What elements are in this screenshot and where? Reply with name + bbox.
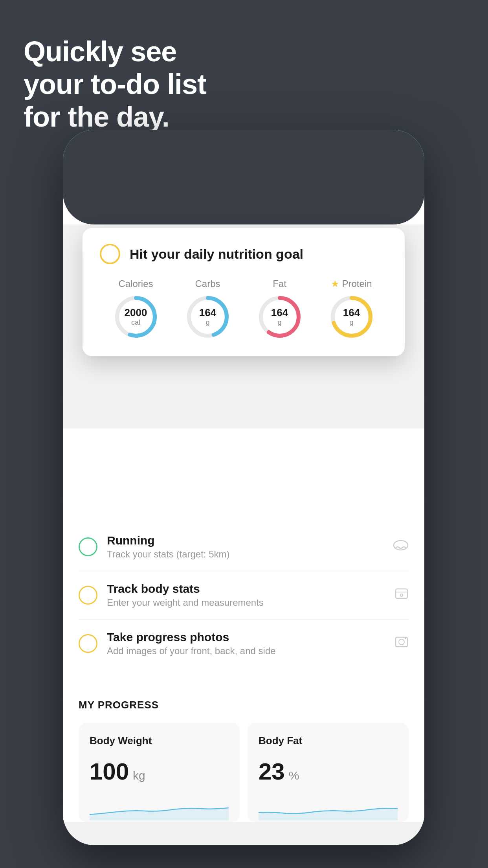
calories-unit: cal xyxy=(125,318,147,327)
body-fat-value-row: 23 % xyxy=(259,758,398,785)
track-body-title: Track body stats xyxy=(107,582,385,596)
body-weight-value: 100 xyxy=(90,758,129,785)
carbs-label: Carbs xyxy=(195,278,220,289)
body-weight-unit: kg xyxy=(133,769,145,782)
calories-value: 2000 xyxy=(125,307,147,318)
fat-label: Fat xyxy=(273,278,286,289)
nutrition-card: Hit your daily nutrition goal Calories 2… xyxy=(83,228,405,356)
svg-point-13 xyxy=(399,639,404,645)
svg-point-14 xyxy=(405,638,406,639)
running-circle xyxy=(79,537,97,556)
photos-subtitle: Add images of your front, back, and side xyxy=(107,645,385,657)
body-fat-sparkline xyxy=(259,797,398,820)
fat-unit: g xyxy=(271,318,288,327)
card-title-row: Hit your daily nutrition goal xyxy=(100,244,387,264)
phone-mockup: 9:41 Dashb xyxy=(63,130,424,845)
protein-star-icon: ★ xyxy=(331,278,339,289)
photos-title: Take progress photos xyxy=(107,631,385,644)
fat-value: 164 xyxy=(271,307,288,318)
body-fat-card: Body Fat 23 % xyxy=(248,723,409,822)
photo-icon xyxy=(394,635,409,652)
body-fat-value: 23 xyxy=(259,758,285,785)
carbs-value: 164 xyxy=(199,307,216,318)
protein-value: 164 xyxy=(343,307,360,318)
headline-line1: Quickly see xyxy=(24,36,176,67)
protein-label: Protein xyxy=(342,278,372,289)
carbs-donut: 164 g xyxy=(184,293,231,340)
nutrition-fat: Fat 164 g xyxy=(256,278,303,340)
todo-list-section: Running Track your stats (target: 5km) xyxy=(63,523,424,668)
calories-donut: 2000 cal xyxy=(112,293,160,340)
scale-icon xyxy=(394,587,409,604)
progress-section: MY PROGRESS Body Weight 100 kg xyxy=(63,683,424,822)
calories-label: Calories xyxy=(118,278,153,289)
svg-point-11 xyxy=(400,594,403,596)
photos-circle xyxy=(79,634,97,653)
protein-unit: g xyxy=(343,318,360,327)
body-fat-unit: % xyxy=(289,769,299,782)
nutrition-carbs: Carbs 164 g xyxy=(184,278,231,340)
running-title: Running xyxy=(107,534,383,547)
task-circle-nutrition[interactable] xyxy=(100,244,120,264)
photos-text: Take progress photos Add images of your … xyxy=(107,631,385,657)
fat-donut: 164 g xyxy=(256,293,303,340)
hero-headline: Quickly see your to-do list for the day. xyxy=(24,35,206,133)
track-body-text: Track body stats Enter your weight and m… xyxy=(107,582,385,608)
list-item-running[interactable]: Running Track your stats (target: 5km) xyxy=(79,523,409,571)
body-fat-title: Body Fat xyxy=(259,735,398,747)
protein-donut: 164 g xyxy=(328,293,375,340)
running-subtitle: Track your stats (target: 5km) xyxy=(107,549,383,560)
headline-line2: your to-do list xyxy=(24,68,206,100)
body-weight-sparkline xyxy=(90,797,229,820)
nutrition-calories: Calories 2000 cal xyxy=(112,278,160,340)
list-item-photos[interactable]: Take progress photos Add images of your … xyxy=(79,620,409,668)
card-title: Hit your daily nutrition goal xyxy=(130,246,303,262)
nutrition-protein: ★ Protein 164 g xyxy=(328,278,375,340)
progress-header: MY PROGRESS xyxy=(79,699,409,711)
progress-cards: Body Weight 100 kg Body Fat xyxy=(79,723,409,822)
todo-list: Running Track your stats (target: 5km) xyxy=(63,428,424,822)
track-body-circle xyxy=(79,586,97,605)
body-weight-title: Body Weight xyxy=(90,735,229,747)
body-weight-value-row: 100 kg xyxy=(90,758,229,785)
running-text: Running Track your stats (target: 5km) xyxy=(107,534,383,560)
body-weight-card: Body Weight 100 kg xyxy=(79,723,240,822)
nutrition-row: Calories 2000 cal Carbs xyxy=(100,278,387,340)
track-body-subtitle: Enter your weight and measurements xyxy=(107,597,385,608)
protein-label-row: ★ Protein xyxy=(331,278,372,289)
carbs-unit: g xyxy=(199,318,216,327)
running-icon xyxy=(393,539,409,555)
list-item-track-body[interactable]: Track body stats Enter your weight and m… xyxy=(79,571,409,620)
headline-line3: for the day. xyxy=(24,101,169,132)
